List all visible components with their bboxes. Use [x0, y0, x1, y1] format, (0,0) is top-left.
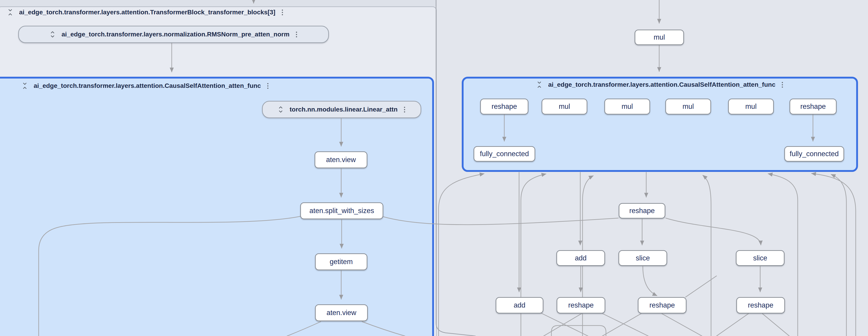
op-node-reshape[interactable]: reshape [557, 297, 605, 313]
kebab-menu-icon[interactable] [266, 83, 270, 89]
layer-node-label: ai_edge_torch.transformer.layers.normali… [61, 31, 289, 38]
op-node-label: reshape [748, 301, 773, 309]
op-node-label: slice [636, 254, 650, 262]
canvas-background-strip [0, 0, 437, 6]
op-node-reshape[interactable]: reshape [638, 297, 686, 313]
transformer-block-title: ai_edge_torch.transformer.layers.attenti… [19, 9, 275, 16]
op-node-label: reshape [649, 301, 675, 309]
left-attention-title: ai_edge_torch.transformer.layers.attenti… [34, 82, 261, 89]
op-node-label: mul [745, 103, 757, 111]
unfold-more-icon[interactable] [277, 106, 284, 113]
op-node-label: fully_connected [480, 150, 529, 158]
op-node-label: add [575, 254, 587, 262]
op-node-mul[interactable]: mul [541, 99, 587, 114]
right-attention-title: ai_edge_torch.transformer.layers.attenti… [548, 81, 775, 88]
op-node-label: reshape [800, 103, 826, 111]
unfold-less-icon[interactable] [21, 82, 29, 90]
op-node-label: add [514, 301, 525, 309]
op-node-reshape[interactable]: reshape [789, 99, 837, 114]
op-node-label: aten.split_with_sizes [309, 207, 374, 215]
unfold-less-icon[interactable] [6, 8, 14, 16]
unfold-less-icon[interactable] [535, 81, 543, 88]
op-node-fully-connected[interactable]: fully_connected [784, 146, 844, 162]
op-node-reshape[interactable]: reshape [619, 203, 665, 219]
unfold-more-icon[interactable] [49, 30, 56, 38]
op-node-aten-view[interactable]: aten.view [315, 151, 367, 168]
right-attention-header[interactable]: ai_edge_torch.transformer.layers.attenti… [464, 79, 856, 91]
op-node-aten-view[interactable]: aten.view [315, 304, 368, 321]
layer-node-rmsnorm-pre-atten-norm[interactable]: ai_edge_torch.transformer.layers.normali… [18, 26, 329, 43]
op-node-label: fully_connected [790, 150, 839, 158]
layer-node-label: torch.nn.modules.linear.Linear_attn [289, 106, 398, 113]
layer-node-linear-attn[interactable]: torch.nn.modules.linear.Linear_attn [262, 101, 421, 118]
op-node-reshape[interactable]: reshape [480, 99, 528, 114]
op-node-mul[interactable]: mul [728, 99, 774, 114]
op-node-label: getitem [330, 258, 353, 266]
kebab-menu-icon[interactable] [403, 106, 406, 113]
op-node-label: reshape [629, 207, 655, 215]
graph-canvas[interactable]: ai_edge_torch.transformer.layers.attenti… [0, 0, 868, 336]
kebab-menu-icon[interactable] [280, 9, 284, 16]
kebab-menu-icon[interactable] [294, 31, 299, 38]
left-attention-header[interactable]: ai_edge_torch.transformer.layers.attenti… [21, 80, 270, 92]
op-node-label: mul [683, 103, 694, 111]
kebab-menu-icon[interactable] [780, 82, 784, 88]
op-node-aten-split-with-sizes[interactable]: aten.split_with_sizes [300, 202, 383, 219]
op-node-add[interactable]: add [556, 250, 605, 266]
op-node-slice[interactable]: slice [618, 250, 667, 266]
op-node-getitem[interactable]: getitem [315, 253, 367, 270]
op-node-mul[interactable]: mul [634, 30, 684, 45]
op-node-label: mul [654, 33, 665, 41]
op-node-label: slice [753, 254, 767, 262]
op-node-mul[interactable]: mul [604, 99, 650, 114]
op-node-label: mul [559, 103, 570, 111]
op-node-reshape[interactable]: reshape [736, 297, 785, 313]
op-node-label: reshape [492, 103, 517, 111]
op-node-label: aten.view [326, 156, 356, 164]
transformer-block-header[interactable]: ai_edge_torch.transformer.layers.attenti… [6, 6, 284, 18]
op-node-add[interactable]: add [496, 297, 544, 313]
op-node-slice[interactable]: slice [736, 250, 784, 266]
op-node-label: reshape [568, 301, 594, 309]
op-node-label: mul [622, 103, 633, 111]
op-node-label: aten.view [327, 309, 356, 317]
op-node-mul[interactable]: mul [665, 99, 711, 114]
op-node-fully-connected[interactable]: fully_connected [473, 146, 535, 162]
